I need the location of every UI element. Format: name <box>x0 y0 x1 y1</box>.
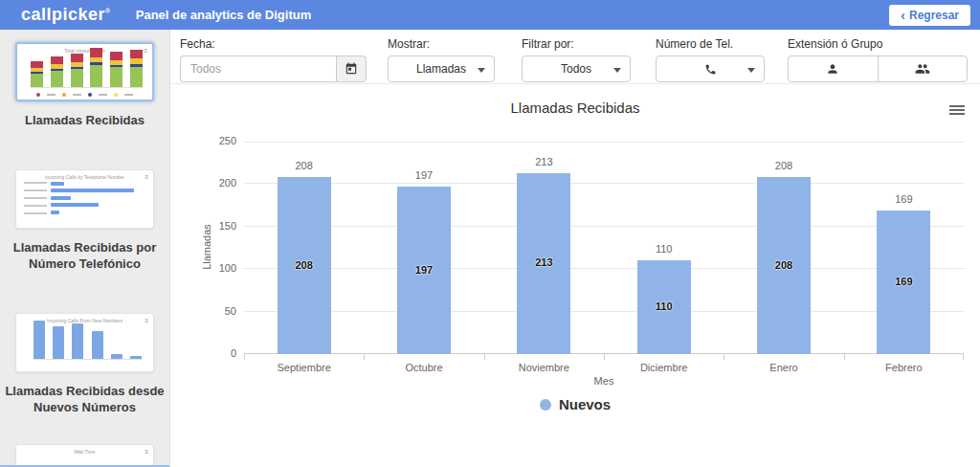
gridline <box>244 268 964 269</box>
x-axis-tick <box>844 354 845 360</box>
mini-bar-segment <box>71 69 83 87</box>
legend-item-nuevos[interactable]: Nuevos <box>170 396 980 412</box>
bar-value-label-outside: 213 <box>484 156 604 167</box>
bar-value-label: 169 <box>877 276 930 287</box>
sidebar-item-llamadas-recibidas-por-numero-telefonico[interactable]: Incoming Calls by Telephone Number≡ <box>15 169 154 229</box>
sidebar-item-llamadas-recibidas[interactable]: Total Inbound Calls≡ <box>15 42 154 101</box>
mini-bar-segment <box>110 52 122 60</box>
mini-bar <box>51 203 99 207</box>
bar-octubre[interactable]: 197 <box>397 187 451 354</box>
legend-label: Nuevos <box>559 396 611 412</box>
person-icon <box>826 62 839 76</box>
mini-bar-segment <box>130 67 143 87</box>
mini-menu-icon: ≡ <box>145 449 148 455</box>
mini-legend-dot <box>36 93 40 97</box>
bar-value-label: 208 <box>757 259 811 271</box>
mini-bar-segment <box>71 54 83 62</box>
mini-axis-label <box>24 197 47 199</box>
bar-febrero[interactable]: 169 <box>877 211 930 354</box>
group-button[interactable] <box>878 56 968 81</box>
bar-value-label-outside: 110 <box>604 243 724 255</box>
bar-value-label-outside: 197 <box>364 169 483 181</box>
extension-button[interactable] <box>789 56 878 81</box>
gridline <box>244 142 964 143</box>
gridline <box>244 311 964 312</box>
bar-enero[interactable]: 208 <box>757 177 811 354</box>
mini-legend-stub <box>47 94 56 96</box>
phone-number-select[interactable] <box>656 56 765 82</box>
bar-value-label-outside: 208 <box>724 160 843 171</box>
mini-horizontal-bars <box>51 182 144 214</box>
caret-down-icon <box>613 68 621 73</box>
mini-axis-label <box>24 189 47 191</box>
registered-mark: ® <box>105 8 111 14</box>
mini-bar-segment <box>110 67 122 87</box>
x-axis-tick <box>364 354 365 360</box>
x-axis-tick <box>724 354 724 360</box>
x-axis-label: Noviembre <box>484 362 604 373</box>
mini-bar <box>72 323 83 359</box>
mini-bar <box>31 61 43 87</box>
mini-bar <box>130 356 142 359</box>
filter-by-group: Filtrar por: Todos <box>522 37 631 82</box>
mini-chart-title: Incoming Calls by Telephone Number <box>16 174 153 180</box>
mini-stacked-bars <box>31 48 143 88</box>
logo-text: callpicker <box>21 5 105 24</box>
mini-bar <box>110 52 122 87</box>
sidebar-item-label: Llamadas Recibidas <box>5 113 166 129</box>
bar-value-label: 197 <box>397 264 451 276</box>
x-axis-label: Diciembre <box>604 362 724 373</box>
extension-group: Extensión ó Grupo <box>788 37 968 82</box>
bar-value-label: 208 <box>278 259 331 271</box>
filter-by-label: Filtrar por: <box>522 37 631 51</box>
x-axis-label: Febrero <box>844 362 964 373</box>
caret-down-icon <box>478 68 485 73</box>
mini-menu-icon: ≡ <box>145 174 148 180</box>
mini-menu-icon: ≡ <box>144 48 147 54</box>
mini-bar <box>111 354 122 359</box>
calendar-button[interactable] <box>336 56 367 82</box>
mini-bar-segment <box>51 56 63 64</box>
mini-legend-stub <box>99 94 107 96</box>
mini-bar <box>51 189 134 192</box>
app-header: callpicker® Panel de analytics de Digitu… <box>0 0 980 30</box>
sidebar-item-list: Total Inbound Calls≡Llamadas RecibidasIn… <box>0 42 169 467</box>
sidebar-item-llamadas-recibidas-desde-nuevos-numeros[interactable]: Incoming Calls From New Numbers≡ <box>15 313 154 372</box>
mini-legend-dot <box>114 93 118 97</box>
date-input[interactable] <box>180 56 336 82</box>
show-select[interactable]: Llamadas <box>388 56 495 82</box>
mini-bar <box>71 54 83 87</box>
chart-context-menu-button[interactable] <box>949 105 965 117</box>
y-axis-tick-label: 50 <box>198 305 236 317</box>
date-filter-label: Fecha: <box>180 37 367 51</box>
x-axis-label: Septiembre <box>244 362 364 373</box>
filter-by-select[interactable]: Todos <box>522 56 631 82</box>
sidebar-item-label: Llamadas Recibidas por Número Telefónico <box>5 240 166 273</box>
y-axis-tick-label: 250 <box>198 135 236 146</box>
phone-number-group: Número de Tel. <box>656 37 765 82</box>
back-button[interactable]: ‹ Regresar <box>889 5 970 26</box>
filter-by-value: Todos <box>561 62 591 76</box>
legend-marker-icon <box>540 399 551 411</box>
y-axis-tick-label: 200 <box>198 177 236 189</box>
bar-diciembre[interactable]: 110 <box>637 260 691 354</box>
x-axis-tick <box>963 354 964 360</box>
y-axis-tick-label: 0 <box>198 347 236 359</box>
bar-septiembre[interactable]: 208 <box>278 177 331 354</box>
mini-axis-label <box>24 182 47 184</box>
mini-legend-stub <box>124 94 133 96</box>
extension-group-label: Extensión ó Grupo <box>788 37 968 51</box>
sidebar-item-thumbnail[interactable]: Wait Time≡ <box>15 444 154 467</box>
mini-legend-dot <box>62 93 66 97</box>
mini-chart-title: Wait Time <box>16 449 153 455</box>
bar-noviembre[interactable]: 213 <box>517 173 570 354</box>
x-axis-title: Mes <box>244 375 964 387</box>
gridline <box>244 226 964 227</box>
mini-bar-segment <box>90 65 102 87</box>
mini-bar <box>51 196 71 200</box>
sidebar-item-label: Llamadas Recibidas desde Nuevos Números <box>5 384 166 416</box>
mini-axis-label <box>24 212 47 214</box>
mini-bar <box>53 326 64 359</box>
mini-legend-dot <box>88 93 92 97</box>
mini-bar-segment <box>31 61 43 68</box>
